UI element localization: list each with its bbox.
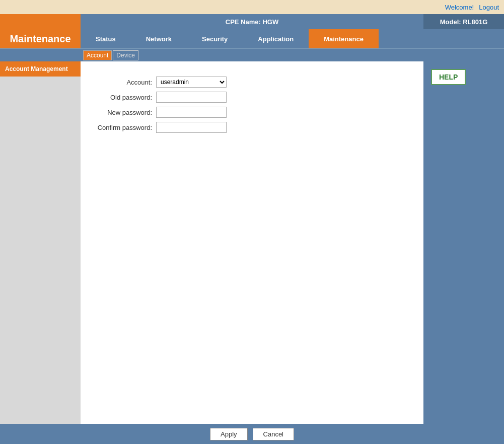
subnav-account[interactable]: Account bbox=[83, 50, 112, 60]
new-password-label: New password: bbox=[91, 109, 156, 116]
sidebar: Account Management bbox=[0, 61, 81, 424]
nav-security[interactable]: Security bbox=[187, 29, 243, 48]
old-password-row: Old password: bbox=[91, 92, 413, 103]
confirm-password-row: Confirm password: bbox=[91, 122, 413, 133]
new-password-row: New password: bbox=[91, 107, 413, 118]
nav-maintenance[interactable]: Maintenance bbox=[309, 29, 379, 48]
help-button[interactable]: HELP bbox=[431, 69, 466, 85]
bottom-bar: Apply Cancel bbox=[0, 424, 504, 444]
content-area: Account: useradmin admin user Old passwo… bbox=[81, 61, 423, 424]
account-select-wrapper[interactable]: useradmin admin user bbox=[156, 77, 227, 88]
welcome-link[interactable]: Welcome! bbox=[445, 4, 474, 11]
top-bar: Welcome! Logout bbox=[0, 0, 504, 14]
account-row: Account: useradmin admin user bbox=[91, 77, 413, 88]
subnav-device[interactable]: Device bbox=[113, 50, 138, 60]
sub-nav: Account Device bbox=[0, 48, 504, 61]
account-select[interactable]: useradmin admin user bbox=[157, 77, 226, 87]
nav-application[interactable]: Application bbox=[243, 29, 309, 48]
header-row: CPE Name: HGW Model: RL801G bbox=[0, 14, 504, 29]
help-panel: HELP bbox=[423, 61, 504, 424]
old-password-label: Old password: bbox=[91, 94, 156, 101]
maintenance-title: Maintenance bbox=[0, 29, 81, 48]
account-form: Account: useradmin admin user Old passwo… bbox=[91, 77, 413, 133]
account-label: Account: bbox=[91, 79, 156, 86]
model-info: Model: RL801G bbox=[423, 14, 504, 29]
main-layout: Account Management Account: useradmin ad… bbox=[0, 61, 504, 424]
apply-button[interactable]: Apply bbox=[210, 428, 248, 440]
sidebar-item-account-management[interactable]: Account Management bbox=[0, 61, 81, 77]
old-password-input[interactable] bbox=[156, 92, 227, 103]
nav-network[interactable]: Network bbox=[131, 29, 187, 48]
confirm-password-input[interactable] bbox=[156, 122, 227, 133]
confirm-password-label: Confirm password: bbox=[91, 124, 156, 131]
nav-status[interactable]: Status bbox=[81, 29, 131, 48]
nav-container: Maintenance Status Network Security Appl… bbox=[0, 29, 504, 48]
logout-link[interactable]: Logout bbox=[479, 4, 499, 11]
cancel-button[interactable]: Cancel bbox=[253, 428, 294, 440]
new-password-input[interactable] bbox=[156, 107, 227, 118]
cpe-info: CPE Name: HGW bbox=[81, 18, 423, 26]
